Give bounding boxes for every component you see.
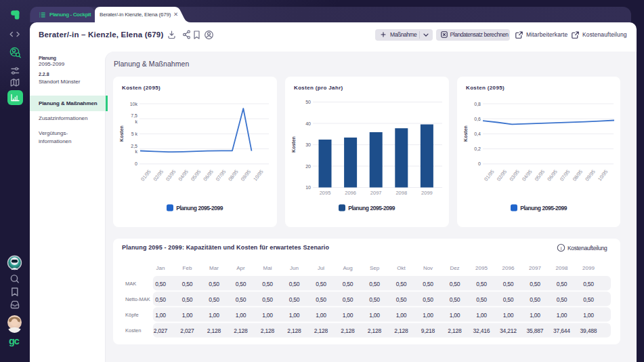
svg-text:1,00: 1,00 (155, 312, 166, 319)
svg-text:35,887: 35,887 (527, 327, 544, 334)
svg-text:07/95: 07/95 (215, 169, 227, 182)
svg-text:04/95: 04/95 (521, 169, 533, 182)
svg-text:01/95: 01/95 (483, 169, 495, 182)
svg-text:1,00: 1,00 (423, 312, 433, 319)
svg-text:2096: 2096 (345, 190, 356, 196)
svg-text:02/95: 02/95 (152, 169, 165, 182)
svg-text:10/95: 10/95 (252, 169, 264, 182)
svg-text:MAK: MAK (125, 281, 136, 287)
svg-text:Köpfe: Köpfe (125, 312, 139, 318)
svg-text:0: 0 (478, 161, 481, 166)
svg-text:Dez: Dez (450, 265, 459, 271)
svg-text:k: k (135, 149, 138, 154)
svg-text:02/95: 02/95 (496, 169, 508, 182)
svg-text:Netto-MAK: Netto-MAK (125, 296, 150, 302)
svg-text:1,00: 1,00 (557, 312, 567, 319)
svg-text:Planung 2095-2099: Planung 2095-2099 (520, 205, 567, 212)
svg-text:06/95: 06/95 (546, 169, 558, 182)
svg-text:05/95: 05/95 (190, 169, 202, 182)
svg-text:08/95: 08/95 (572, 169, 584, 182)
svg-text:2,027: 2,027 (180, 327, 194, 334)
svg-text:2096: 2096 (502, 265, 515, 271)
svg-text:2,128: 2,128 (287, 327, 301, 334)
svg-text:2,128: 2,128 (448, 327, 462, 334)
svg-text:30: 30 (305, 142, 311, 147)
svg-text:1,00: 1,00 (262, 312, 273, 319)
svg-text:2,5: 2,5 (131, 144, 137, 148)
svg-text:0,50: 0,50 (155, 296, 166, 303)
svg-text:0,50: 0,50 (583, 281, 594, 287)
svg-text:0,50: 0,50 (476, 296, 487, 303)
svg-text:2097: 2097 (370, 190, 382, 196)
svg-text:08/95: 08/95 (227, 169, 239, 182)
svg-text:2,128: 2,128 (394, 327, 408, 334)
svg-text:0,50: 0,50 (289, 281, 300, 287)
svg-text:0,50: 0,50 (316, 281, 326, 287)
svg-text:0,50: 0,50 (423, 281, 433, 287)
svg-text:07/95: 07/95 (559, 169, 571, 182)
svg-text:2,128: 2,128 (341, 327, 355, 334)
svg-text:7,5: 7,5 (131, 113, 137, 118)
svg-text:03/95: 03/95 (508, 169, 520, 182)
svg-text:9,218: 9,218 (421, 327, 435, 334)
svg-text:0,50: 0,50 (262, 281, 273, 287)
svg-text:06/95: 06/95 (202, 169, 214, 182)
svg-text:0,50: 0,50 (557, 296, 567, 303)
svg-text:1,00: 1,00 (476, 312, 487, 319)
svg-text:0,50: 0,50 (209, 296, 219, 303)
svg-text:0,50: 0,50 (369, 296, 380, 303)
svg-text:09/95: 09/95 (240, 169, 252, 182)
svg-text:5 k: 5 k (131, 132, 138, 136)
svg-text:05/95: 05/95 (534, 169, 546, 182)
svg-text:0,50: 0,50 (557, 281, 567, 287)
svg-text:0,50: 0,50 (289, 296, 300, 303)
svg-text:Apr: Apr (236, 265, 245, 271)
svg-text:1,00: 1,00 (530, 312, 540, 319)
svg-text:0,50: 0,50 (182, 281, 193, 287)
svg-text:0,50: 0,50 (450, 296, 460, 303)
svg-text:1,00: 1,00 (209, 312, 219, 319)
svg-text:Nov: Nov (423, 265, 433, 271)
svg-text:01/95: 01/95 (139, 169, 152, 182)
svg-text:2098: 2098 (395, 190, 407, 196)
svg-text:0,50: 0,50 (236, 296, 246, 303)
svg-text:Kosten: Kosten (125, 327, 141, 334)
svg-text:0,50: 0,50 (450, 281, 460, 287)
svg-text:40: 40 (305, 121, 311, 126)
svg-text:Jun: Jun (290, 265, 299, 271)
svg-text:2095: 2095 (320, 190, 331, 196)
svg-text:Kostenaufteilung: Kostenaufteilung (567, 245, 607, 252)
svg-text:2095: 2095 (475, 265, 488, 271)
svg-text:2,128: 2,128 (368, 327, 382, 334)
svg-text:Sep: Sep (370, 265, 380, 271)
svg-text:2,128: 2,128 (234, 327, 248, 334)
svg-text:Feb: Feb (183, 265, 192, 271)
svg-text:Okt: Okt (397, 265, 406, 271)
svg-text:Jan: Jan (156, 265, 165, 271)
svg-text:Kosten: Kosten (463, 125, 468, 142)
svg-text:1,00: 1,00 (289, 312, 300, 319)
svg-text:1,00: 1,00 (503, 312, 514, 319)
svg-text:0,50: 0,50 (343, 281, 353, 287)
svg-text:20: 20 (305, 164, 311, 169)
svg-text:2097: 2097 (529, 265, 541, 271)
svg-text:1,00: 1,00 (343, 312, 353, 319)
svg-text:Kosten: Kosten (119, 125, 124, 142)
svg-text:1,00: 1,00 (369, 312, 380, 319)
svg-text:0,50: 0,50 (369, 281, 380, 287)
svg-text:0,50: 0,50 (262, 296, 273, 303)
svg-text:0,50: 0,50 (182, 296, 193, 303)
svg-text:34,212: 34,212 (500, 327, 517, 334)
svg-text:39,488: 39,488 (580, 327, 597, 334)
svg-text:2099: 2099 (582, 265, 595, 271)
svg-text:gc: gc (9, 336, 20, 346)
svg-text:1,00: 1,00 (236, 312, 246, 319)
svg-text:0,50: 0,50 (209, 281, 219, 287)
svg-text:0,50: 0,50 (396, 296, 407, 303)
svg-text:i: i (561, 245, 562, 252)
svg-text:0,4: 0,4 (474, 132, 481, 136)
svg-text:1,00: 1,00 (450, 312, 460, 319)
svg-text:0,50: 0,50 (476, 281, 487, 287)
svg-text:Aug: Aug (343, 265, 352, 271)
svg-text:2,027: 2,027 (154, 327, 168, 334)
